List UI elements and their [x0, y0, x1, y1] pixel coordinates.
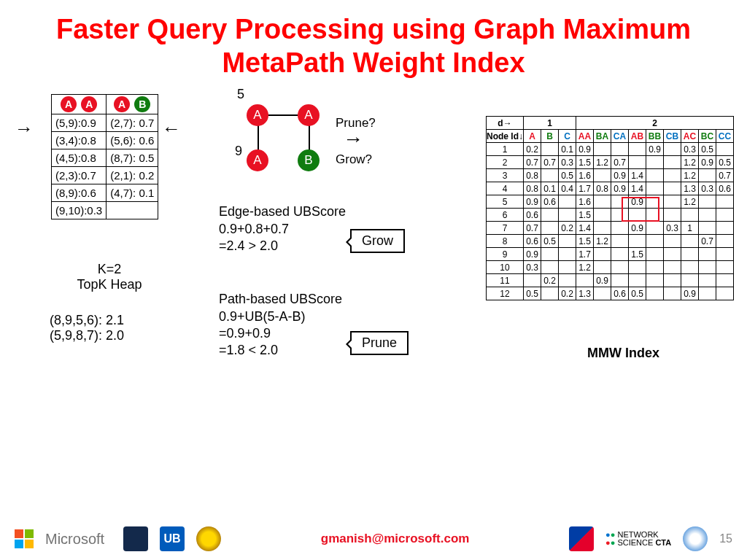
table-row: (8,9):0.6(4,7): 0.1 — [52, 184, 158, 202]
graph-node-a: A — [247, 149, 268, 171]
cta-logo-icon: ●● NETWORK ●● SCIENCE CTA — [605, 531, 671, 547]
topk-heap-table: A A A B (5,9):0.9(2,7): 0.7 (3,4):0.8(5,… — [51, 94, 158, 219]
node-5-label: 5 — [237, 87, 244, 102]
seal-logo-icon — [196, 526, 221, 551]
k-label: K=2TopK Heap — [66, 262, 153, 292]
graph-node-a: A — [298, 104, 320, 126]
slide-body: A A A B (5,9):0.9(2,7): 0.7 (3,4):0.8(5,… — [0, 87, 747, 481]
ub-logo-icon: UB — [160, 526, 185, 551]
illinois-logo-icon — [123, 526, 148, 551]
topk-results: (8,9,5,6): 2.1 (5,9,8,7): 2.0 — [50, 313, 124, 343]
chip-a-icon: A — [81, 96, 97, 112]
table-row: (4,5):0.8(8,7): 0.5 — [52, 149, 158, 167]
table-row: 60.61.5 — [487, 209, 734, 222]
mmw-index-label: MMW Index — [587, 346, 659, 361]
table-row: 40.80.10.41.70.80.91.41.30.30.6 — [487, 182, 734, 195]
chip-a-icon: A — [114, 96, 130, 112]
edge-ubscore-text: Edge-based UBScore 0.9+0.8+0.7 =2.4 > 2.… — [219, 203, 346, 254]
chip-a-icon: A — [61, 96, 77, 112]
arrow-right-icon: → — [343, 128, 363, 151]
graph-node-a: A — [247, 104, 268, 126]
prune-callout: Prune — [350, 331, 409, 355]
table-row: 80.60.51.51.20.7 — [487, 235, 734, 248]
mmw-index-table: d→12Node Id↓ABCAABACAABBBCBACBCCC10.20.1… — [486, 116, 734, 300]
table-row: 50.90.61.60.91.2 — [487, 195, 734, 209]
chip-b-icon: B — [134, 96, 150, 112]
table-row: 120.50.21.30.60.50.9 — [487, 287, 734, 300]
table-row: 10.20.10.90.90.30.5 — [487, 143, 734, 156]
node-9-label: 9 — [235, 144, 242, 159]
table-row: 110.20.9 — [487, 274, 734, 287]
table-row: (2,3):0.7(2,1): 0.2 — [52, 167, 158, 184]
page-number: 15 — [719, 532, 732, 545]
edge-icon — [267, 114, 299, 116]
path-ubscore-text: Path-based UBScore 0.9+UB(5-A-B) =0.9+0.… — [219, 291, 342, 359]
slide-footer: Microsoft UB gmanish@microsoft.com ●● NE… — [0, 518, 747, 560]
table-row: (3,4):0.8(5,6): 0.6 — [52, 132, 158, 149]
table-row: (9,10):0.3 — [52, 202, 158, 219]
inarc-logo-icon — [683, 526, 708, 551]
table-row: 70.70.21.40.90.31 — [487, 222, 734, 235]
microsoft-logo-icon — [15, 529, 34, 548]
table-row: 20.70.70.31.51.20.71.20.90.5 — [487, 156, 734, 169]
edge-icon — [309, 125, 310, 151]
slide-title: Faster Query Processing using Graph Maxi… — [0, 0, 747, 87]
table-row: 90.91.71.5 — [487, 248, 734, 261]
table-row: (5,9):0.9(2,7): 0.7 — [52, 114, 158, 132]
table-row: 30.80.51.60.91.41.20.7 — [487, 169, 734, 182]
arrow-right-icon: → — [15, 117, 34, 140]
table-row: 100.31.2 — [487, 261, 734, 274]
contact-email: gmanish@microsoft.com — [321, 532, 470, 546]
microsoft-text: Microsoft — [45, 531, 104, 548]
arrow-left-icon: ← — [162, 117, 181, 140]
arl-logo-icon — [569, 526, 594, 551]
grow-callout: Grow — [350, 229, 405, 253]
grow-question: Grow? — [336, 152, 372, 167]
graph-node-b: B — [298, 149, 320, 171]
edge-icon — [258, 125, 259, 151]
